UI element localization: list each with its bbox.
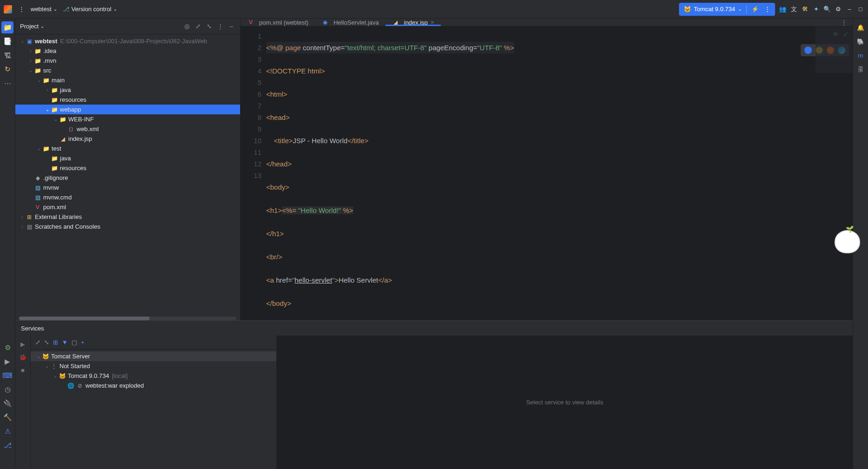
svc-not-started[interactable]: ⌄ ⋮ Not Started [31, 361, 276, 371]
gradle-icon[interactable]: 🐘 [855, 35, 867, 47]
project-tree-panel: Project ⌄ ◎ ⤢ ⤡ ⋮ – ⌄▣ webtest [15, 19, 241, 320]
database-icon[interactable]: 🗄 [855, 63, 867, 75]
services-tree[interactable]: ⌄ 🐱 Tomcat Server ⌄ ⋮ Not Started ⌄ [31, 350, 276, 392]
tree-scrollbar[interactable] [19, 317, 236, 320]
builtin-browser-icon[interactable] [804, 46, 812, 54]
run-tool-icon[interactable]: ▶ [1, 356, 13, 368]
run-configuration[interactable]: 🐱 Tomcat 9.0.734 ⌄ ⚡ ⋮ [679, 3, 775, 16]
tree-label: Scratches and Consoles [35, 223, 100, 230]
editor-tabs-more[interactable]: ⋮ [835, 19, 853, 26]
run-icon[interactable]: ▶ [17, 338, 28, 350]
group-icon[interactable]: ⊞ [53, 339, 58, 346]
more-icon[interactable]: ⋮ [764, 6, 770, 13]
debug-svc-icon[interactable]: 🐞 [17, 351, 28, 363]
minimize-panel-icon[interactable]: – [227, 23, 235, 30]
code-with-me-icon[interactable]: 👥 [779, 6, 786, 13]
services-tool-icon[interactable]: ⚙ [1, 342, 13, 354]
tree-root[interactable]: ⌄▣ webtest E:\000-Computer\001-Java\008-… [15, 36, 240, 46]
view-icon[interactable]: ▢ [72, 339, 77, 346]
tree-item-webinf[interactable]: ⌄📁 WEB-INF [15, 114, 240, 124]
tree-item-webapp[interactable]: ⌄📁 webapp [15, 105, 240, 114]
tree-item-test-resources[interactable]: 📁 resources [15, 163, 240, 173]
more-tools-icon[interactable]: ⋯ [1, 77, 13, 89]
project-tool-icon[interactable]: 📁 [1, 21, 13, 33]
close-tab-icon[interactable]: × [431, 19, 434, 26]
tree-item-test-java[interactable]: 📁 java [15, 153, 240, 163]
tree-item-java[interactable]: ›📁 java [15, 85, 240, 95]
tree-item-resources[interactable]: 📁 resources [15, 95, 240, 105]
tree-item-mvnwcmd[interactable]: ▤ mvnw.cmd [15, 192, 240, 202]
tree-item-mvn[interactable]: ›📁 .mvn [15, 56, 240, 66]
refresh-icon[interactable]: ↻ [1, 63, 13, 75]
services-title-label: Services [21, 325, 44, 332]
editor-minimap[interactable] [816, 26, 853, 73]
tab-pom[interactable]: V pom.xml (webtest) [241, 19, 315, 26]
notifications-icon[interactable]: 🔔 [855, 21, 867, 33]
tree-item-test[interactable]: ⌄📁 test [15, 144, 240, 153]
branch-icon: ⎇ [63, 6, 70, 13]
tree-item-gitignore[interactable]: ◆ .gitignore [15, 173, 240, 183]
tree-item-idea[interactable]: ›📁 .idea [15, 46, 240, 56]
project-name-label: webtest [31, 6, 52, 13]
select-opened-icon[interactable]: ◎ [183, 23, 191, 30]
tree-item-indexjsp[interactable]: ◢ index.jsp [15, 134, 240, 144]
code-content[interactable]: <%@ page contentType="text/html; charset… [266, 26, 853, 320]
tree-item-src[interactable]: ⌄📁 src [15, 66, 240, 75]
minimize-icon[interactable]: – [846, 6, 853, 13]
search-icon[interactable]: 🔍 [823, 6, 831, 13]
main-menu-icon[interactable]: ⋮ [18, 6, 25, 13]
maven-icon[interactable]: m [855, 49, 867, 61]
tree-item-extlib[interactable]: ›⊞ External Libraries [15, 212, 240, 222]
debug-icon[interactable]: ⚡ [751, 6, 759, 13]
terminal-icon[interactable]: ⌨ [1, 370, 13, 382]
panel-options-icon[interactable]: ⋮ [216, 23, 224, 30]
tree-label: main [52, 77, 65, 84]
profiler-icon[interactable]: ◷ [1, 383, 13, 396]
tree-item-main[interactable]: ⌄📁 main [15, 75, 240, 85]
settings-icon[interactable]: ⚙ [835, 6, 842, 13]
collapse-icon[interactable]: ⤡ [44, 339, 49, 346]
git-icon[interactable]: ⎇ [1, 439, 13, 451]
svc-tomcat-instance[interactable]: ⌄ 🐱 Tomcat 9.0.734 [local] [31, 371, 276, 381]
status-icon: ⋮ [50, 363, 58, 370]
bookmarks-icon[interactable]: 📑 [1, 35, 13, 47]
tree-item-webxml[interactable]: ⟨⟩ web.xml [15, 124, 240, 134]
expand-all-icon[interactable]: ⤢ [194, 23, 202, 30]
mascot-widget[interactable]: 🌱 [831, 223, 863, 260]
tree-item-scratches[interactable]: ›▤ Scratches and Consoles [15, 222, 240, 231]
ai-icon[interactable]: ✦ [812, 6, 820, 13]
filter-icon[interactable]: ▼ [62, 339, 68, 346]
chevron-down-icon: ⌄ [113, 7, 117, 12]
project-selector[interactable]: webtest ⌄ [31, 6, 57, 13]
translate-icon[interactable]: 文 [790, 6, 797, 13]
structure-icon[interactable]: 🏗 [1, 49, 13, 61]
project-panel-title[interactable]: Project ⌄ [20, 23, 183, 30]
expand-icon[interactable]: ⤢ [35, 339, 40, 346]
tools-icon[interactable]: 🛠 [801, 6, 809, 13]
build-icon[interactable]: 🔨 [1, 411, 13, 423]
run-config-label: Tomcat 9.0.734 [694, 6, 735, 13]
services-header[interactable]: Services [15, 321, 853, 336]
tab-helloservlet[interactable]: ◉ HelloServlet.java [315, 19, 385, 26]
endpoints-icon[interactable]: 🔌 [1, 397, 13, 410]
line-gutter: 123 456 789 101112 13 [241, 26, 266, 320]
project-tree[interactable]: ⌄▣ webtest E:\000-Computer\001-Java\008-… [15, 34, 240, 233]
tree-item-mvnw[interactable]: ▤ mvnw [15, 183, 240, 192]
vcs-selector[interactable]: ⎇ Version control ⌄ [63, 6, 117, 13]
add-service-icon[interactable]: + [81, 339, 85, 346]
tree-item-pom[interactable]: V pom.xml [15, 202, 240, 212]
svc-artifact[interactable]: 🌐 ⊘ webtest:war exploded [31, 381, 276, 390]
stop-svc-icon[interactable]: ■ [17, 364, 28, 376]
services-toolbar: ⤢ ⤡ ⊞ ▼ ▢ + [31, 336, 276, 350]
sprout-icon: 🌱 [846, 225, 854, 233]
svc-tomcat-server[interactable]: ⌄ 🐱 Tomcat Server [31, 351, 276, 361]
ide-logo-icon[interactable] [4, 5, 12, 13]
collapse-all-icon[interactable]: ⤡ [205, 23, 213, 30]
problems-icon[interactable]: ⚠ [1, 425, 13, 437]
tree-label: src [43, 67, 51, 74]
tree-label: resources [60, 96, 86, 103]
code-editor[interactable]: 123 456 789 101112 13 <%@ page contentTy… [241, 26, 853, 320]
maximize-icon[interactable]: □ [857, 6, 864, 13]
tab-indexjsp[interactable]: ◢ index.jsp × [385, 19, 441, 26]
tab-label: index.jsp [404, 19, 428, 26]
